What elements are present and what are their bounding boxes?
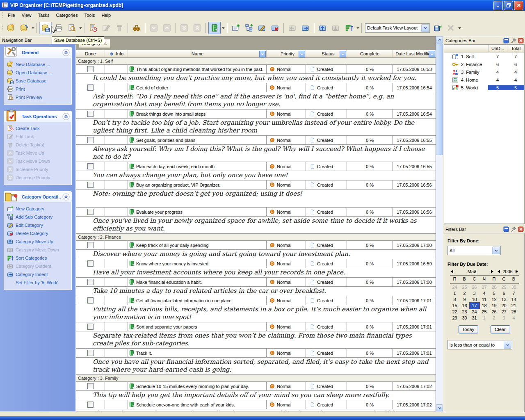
column-header-complete[interactable]: Complete — [347, 50, 393, 57]
category-indent-button[interactable] — [299, 22, 312, 34]
column-header-status[interactable]: Status — [306, 50, 347, 57]
column-header-name[interactable]: Name — [128, 50, 267, 57]
done-checkbox[interactable] — [87, 84, 94, 91]
sidebar-item-set-filter-by-5-work[interactable]: Set Filter by '5. Work' — [7, 278, 71, 287]
filter-by-done-select[interactable]: All — [447, 246, 501, 255]
menu-grip[interactable] — [2, 12, 3, 18]
task-row[interactable]: Set goals, priorities and plansNormalCre… — [76, 136, 436, 145]
task-row[interactable]: Schedule one-on-one time with each of yo… — [76, 400, 436, 409]
sidebar-item-create-task[interactable]: Create Task — [7, 124, 71, 132]
category-group-row[interactable]: Category : 1. Self — [76, 58, 436, 65]
category-group-row[interactable]: Category : 2. Finance — [76, 234, 436, 241]
column-filter-dropdown-icon[interactable] — [340, 51, 346, 57]
column-undone[interactable]: UnD... — [488, 45, 507, 52]
collapse-panel-icon[interactable] — [62, 49, 70, 56]
notebook-view-button[interactable] — [208, 22, 221, 34]
done-checkbox[interactable] — [87, 66, 94, 72]
close-button[interactable] — [514, 1, 523, 10]
sort-categories-button[interactable] — [343, 22, 355, 34]
minimize-button[interactable] — [493, 1, 503, 10]
delete-category-button[interactable] — [269, 22, 281, 34]
dropdown-caret-icon[interactable] — [356, 22, 360, 34]
calendar-day[interactable]: 2 — [460, 290, 470, 297]
calendar-day[interactable]: 24 — [470, 309, 479, 315]
sidebar-item-print-preview[interactable]: Print Preview — [7, 93, 71, 101]
done-checkbox[interactable] — [87, 402, 94, 408]
today-button[interactable]: Today — [459, 325, 478, 333]
pin-icon[interactable] — [510, 37, 516, 43]
task-row[interactable]: Plan each day, each week, each monthNorm… — [76, 162, 436, 171]
done-checkbox[interactable] — [87, 279, 94, 285]
calendar-day[interactable]: 26 — [489, 309, 499, 315]
done-checkbox[interactable] — [87, 324, 94, 330]
calendar-day[interactable]: 11 — [479, 297, 489, 303]
calendar-day[interactable]: 9 — [460, 297, 470, 303]
column-header-done[interactable]: Done — [76, 50, 105, 57]
calendar-day[interactable]: 15 — [450, 303, 460, 309]
calendar-day[interactable]: 27 — [479, 284, 489, 290]
next-month-icon[interactable] — [491, 270, 493, 273]
done-checkbox[interactable] — [87, 260, 94, 267]
calendar-day[interactable]: 28 — [489, 284, 499, 290]
print-preview-button[interactable] — [66, 22, 78, 34]
calendar-day[interactable]: 24 — [450, 284, 460, 290]
chevron-down-icon[interactable] — [421, 24, 429, 32]
calendar-day[interactable]: 16 — [460, 303, 470, 309]
done-checkbox[interactable] — [87, 383, 94, 389]
menu-tasks[interactable]: Tasks — [34, 11, 52, 19]
done-checkbox[interactable] — [87, 297, 94, 304]
calendar-day[interactable]: 12 — [489, 297, 499, 303]
calendar-day[interactable]: 30 — [509, 284, 519, 290]
category-group-row[interactable]: Category : 3. Family — [76, 375, 436, 382]
menu-help[interactable]: Help — [98, 11, 114, 19]
calendar-day[interactable]: 25 — [479, 309, 489, 315]
chevron-down-icon[interactable] — [492, 247, 500, 254]
task-view-layout-select[interactable]: Default Task View Layout — [365, 23, 430, 33]
calendar-day[interactable]: 1 — [450, 290, 460, 297]
add-sub-category-button[interactable] — [243, 22, 255, 34]
calendar-day[interactable]: 1 — [479, 315, 489, 321]
calendar-day[interactable]: 18 — [479, 303, 489, 309]
task-row[interactable]: Track it.NormalCreated0 %17.05.2006 17:0… — [76, 349, 436, 358]
calendar-day[interactable]: 13 — [499, 297, 509, 303]
column-header-date-last-modified[interactable]: Date Last Modified — [393, 50, 436, 57]
calendar-day[interactable]: 8 — [450, 297, 460, 303]
sidebar-item-print[interactable]: Print — [7, 85, 71, 93]
column-filter-dropdown-icon[interactable] — [259, 51, 266, 57]
category-move-up-button[interactable] — [317, 22, 329, 34]
calendar-day[interactable]: 23 — [460, 309, 470, 315]
sidebar-item-save-database[interactable]: Save Database — [7, 77, 71, 85]
close-bar-icon[interactable] — [518, 226, 524, 232]
clear-button[interactable]: Clear — [491, 325, 510, 333]
new-database-button[interactable] — [5, 22, 17, 34]
menu-categories[interactable]: Categories — [53, 11, 81, 19]
winshade-icon[interactable] — [503, 226, 509, 232]
due-date-condition-select[interactable]: is less than or equal to — [447, 340, 512, 349]
category-tree-item[interactable]: 3. Family44 — [444, 68, 524, 76]
column-filter-dropdown-icon[interactable] — [429, 51, 435, 57]
task-row[interactable]: Evaluate your progressNormalCreated0 %17… — [76, 208, 436, 217]
close-bar-icon[interactable] — [518, 37, 524, 43]
task-row[interactable]: Make financial education a habit.NormalC… — [76, 278, 436, 287]
save-layout-button[interactable] — [431, 22, 444, 34]
chevron-down-icon[interactable] — [504, 341, 511, 349]
column-header-priority[interactable]: Priority — [267, 50, 306, 57]
menu-view[interactable]: View — [18, 11, 35, 19]
calendar-day[interactable]: 28 — [509, 309, 519, 315]
task-row[interactable]: Break things down into small stepsNormal… — [76, 110, 436, 119]
task-row[interactable]: Sort and separate your papersNormalCreat… — [76, 322, 436, 331]
nav-panel-header[interactable]: Category Operati... — [4, 191, 72, 202]
done-checkbox[interactable] — [87, 182, 94, 188]
winshade-icon[interactable] — [503, 37, 509, 43]
task-row[interactable]: Get rid of clutterNormalCreated0 %17.05.… — [76, 83, 436, 92]
done-checkbox[interactable] — [87, 137, 94, 143]
scroll-thumb[interactable] — [436, 43, 443, 155]
dropdown-caret-icon[interactable] — [31, 22, 35, 34]
vertical-scrollbar[interactable] — [436, 36, 443, 411]
restore-button[interactable] — [504, 1, 513, 10]
done-checkbox[interactable] — [87, 242, 94, 248]
column-header-info[interactable]: Info — [105, 50, 128, 57]
task-row[interactable]: Buy an organizing product, VIP Organizer… — [76, 180, 436, 189]
nav-panel-header[interactable]: Task Operations — [4, 111, 72, 122]
column-filter-dropdown-icon[interactable] — [299, 51, 305, 57]
